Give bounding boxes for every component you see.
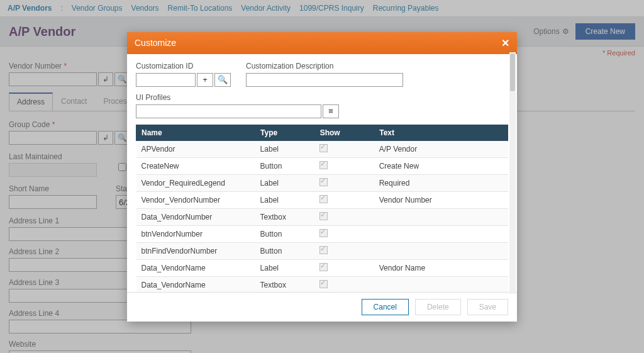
cell-show bbox=[314, 174, 374, 191]
cell-name: btnVendorNumber bbox=[136, 225, 255, 242]
modal-title: Customize bbox=[135, 38, 176, 48]
cell-name: CreateNew bbox=[136, 157, 255, 174]
checkbox-icon bbox=[319, 229, 328, 237]
customization-id-input[interactable] bbox=[136, 73, 196, 87]
customize-modal: Customize ✕ Customization ID + 🔍 Customi… bbox=[127, 32, 517, 322]
cell-text bbox=[374, 225, 508, 242]
ui-profiles-input[interactable] bbox=[136, 104, 321, 118]
checkbox-icon bbox=[319, 246, 328, 254]
checkbox-icon bbox=[319, 195, 328, 203]
cell-show bbox=[314, 157, 374, 174]
checkbox-icon bbox=[319, 178, 328, 186]
table-row[interactable]: Vendor_RequiredLegendLabelRequired bbox=[136, 174, 508, 191]
ui-profiles-menu-button[interactable]: ≡ bbox=[323, 104, 339, 118]
cell-text: Required bbox=[374, 174, 508, 191]
col-text[interactable]: Text bbox=[374, 125, 508, 140]
cell-type: Textbox bbox=[255, 276, 315, 292]
cell-show bbox=[314, 259, 374, 276]
cell-type: Label bbox=[255, 191, 315, 208]
customization-id-label: Customization ID bbox=[136, 62, 231, 70]
cell-show bbox=[314, 225, 374, 242]
table-row[interactable]: Vendor_VendorNumberLabelVendor Number bbox=[136, 191, 508, 208]
cell-show bbox=[314, 242, 374, 259]
cell-text bbox=[374, 276, 508, 292]
cell-name: Data_VendorName bbox=[136, 276, 255, 292]
cell-type: Textbox bbox=[255, 208, 315, 225]
customization-id-add-button[interactable]: + bbox=[197, 73, 213, 87]
customization-desc-input[interactable] bbox=[246, 73, 403, 87]
cell-text bbox=[374, 208, 508, 225]
checkbox-icon bbox=[319, 212, 328, 220]
cell-text: A/P Vendor bbox=[374, 140, 508, 157]
cell-type: Button bbox=[255, 157, 315, 174]
table-row[interactable]: CreateNewButtonCreate New bbox=[136, 157, 508, 174]
table-row[interactable]: Data_VendorNumberTextbox bbox=[136, 208, 508, 225]
save-button[interactable]: Save bbox=[467, 299, 508, 315]
menu-icon: ≡ bbox=[328, 106, 333, 116]
modal-close-button[interactable]: ✕ bbox=[501, 37, 509, 49]
table-row[interactable]: APVendorLabelA/P Vendor bbox=[136, 140, 508, 157]
modal-body: Customization ID + 🔍 Customization Descr… bbox=[127, 54, 517, 292]
modal-header: Customize ✕ bbox=[127, 32, 517, 54]
cell-name: Vendor_VendorNumber bbox=[136, 191, 255, 208]
cell-type: Label bbox=[255, 259, 315, 276]
customization-desc-label: Customization Description bbox=[246, 62, 403, 70]
cell-name: btnFindVendorNumber bbox=[136, 242, 255, 259]
checkbox-icon bbox=[319, 280, 328, 288]
cell-type: Button bbox=[255, 242, 315, 259]
cell-type: Label bbox=[255, 140, 315, 157]
cell-text bbox=[374, 242, 508, 259]
delete-button[interactable]: Delete bbox=[415, 299, 461, 315]
checkbox-icon bbox=[319, 263, 328, 271]
cell-text: Vendor Name bbox=[374, 259, 508, 276]
cell-name: Vendor_RequiredLegend bbox=[136, 174, 255, 191]
col-type[interactable]: Type bbox=[255, 125, 315, 140]
cell-type: Button bbox=[255, 225, 315, 242]
checkbox-icon bbox=[319, 144, 328, 152]
col-show[interactable]: Show bbox=[314, 125, 374, 140]
cell-name: Data_VendorName bbox=[136, 259, 255, 276]
search-icon: 🔍 bbox=[218, 75, 228, 84]
table-row[interactable]: btnFindVendorNumberButton bbox=[136, 242, 508, 259]
table-row[interactable]: btnVendorNumberButton bbox=[136, 225, 508, 242]
cell-show bbox=[314, 208, 374, 225]
cell-show bbox=[314, 140, 374, 157]
customize-grid: Name Type Show Text APVendorLabelA/P Ven… bbox=[136, 125, 508, 292]
cancel-button[interactable]: Cancel bbox=[362, 299, 409, 315]
plus-icon: + bbox=[203, 75, 208, 84]
cell-text: Create New bbox=[374, 157, 508, 174]
cell-text: Vendor Number bbox=[374, 191, 508, 208]
cell-type: Label bbox=[255, 174, 315, 191]
checkbox-icon bbox=[319, 161, 328, 169]
modal-footer: Cancel Delete Save bbox=[127, 292, 517, 322]
customization-id-search-button[interactable]: 🔍 bbox=[214, 73, 231, 87]
scrollbar-thumb[interactable] bbox=[510, 53, 515, 91]
cell-show bbox=[314, 276, 374, 292]
cell-name: Data_VendorNumber bbox=[136, 208, 255, 225]
ui-profiles-label: UI Profiles bbox=[136, 93, 339, 102]
col-name[interactable]: Name bbox=[136, 125, 255, 140]
table-row[interactable]: Data_VendorNameTextbox bbox=[136, 276, 508, 292]
cell-show bbox=[314, 191, 374, 208]
table-row[interactable]: Data_VendorNameLabelVendor Name bbox=[136, 259, 508, 276]
modal-scrollbar[interactable] bbox=[509, 52, 516, 294]
cell-name: APVendor bbox=[136, 140, 255, 157]
